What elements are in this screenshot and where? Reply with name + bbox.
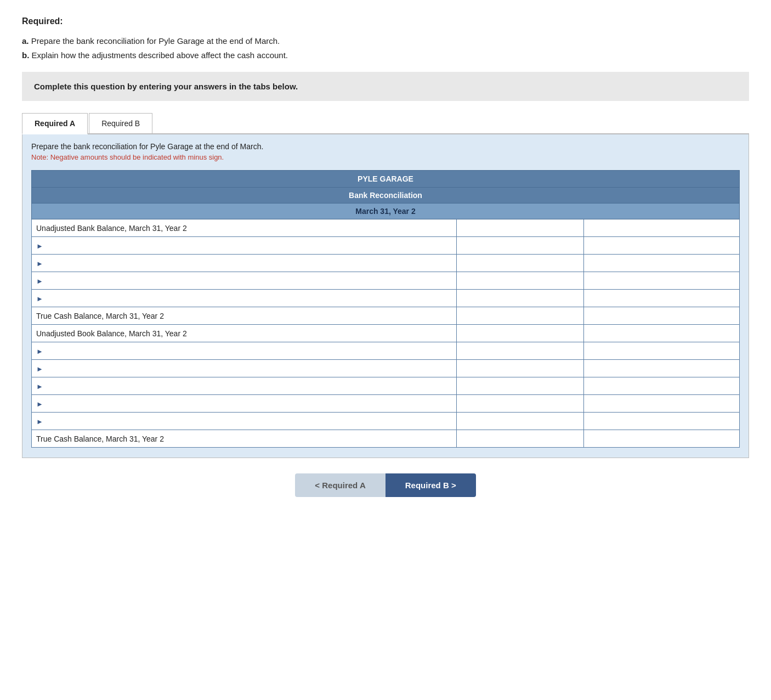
edit-row9-col2-input[interactable]	[457, 413, 583, 430]
table-title-1: PYLE GARAGE	[32, 171, 740, 188]
table-title-2: Bank Reconciliation	[32, 188, 740, 204]
edit-row2-col2-input[interactable]	[457, 255, 583, 272]
true-cash-2-col3-input[interactable]	[584, 430, 739, 447]
table-row: True Cash Balance, March 31, Year 2	[32, 430, 740, 448]
true-cash-1-label: True Cash Balance, March 31, Year 2	[32, 307, 457, 325]
edit-row8-col2[interactable]	[456, 395, 583, 413]
edit-row6-col2[interactable]	[456, 360, 583, 377]
table-row: ►	[32, 413, 740, 430]
edit-row3-col2-input[interactable]	[457, 272, 583, 289]
table-row: ►	[32, 237, 740, 255]
tab-required-a[interactable]: Required A	[22, 113, 88, 134]
edit-row6-col3-input[interactable]	[584, 360, 739, 377]
true-cash-1-col2[interactable]	[456, 307, 583, 325]
book-balance-col2[interactable]	[456, 325, 583, 342]
true-cash-1-col3-input[interactable]	[584, 307, 739, 324]
edit-row1-col3[interactable]	[583, 237, 739, 255]
edit-row8-label: ►	[32, 395, 457, 413]
bank-balance-col2-cell[interactable]	[456, 219, 583, 237]
edit-row4-label: ►	[32, 290, 457, 307]
edit-row7-label: ►	[32, 377, 457, 395]
bank-balance-col2-input[interactable]	[457, 219, 583, 236]
edit-row4-col2[interactable]	[456, 290, 583, 307]
required-heading: Required:	[22, 16, 749, 26]
edit-row2-label: ►	[32, 255, 457, 272]
table-row: ►	[32, 342, 740, 360]
edit-row5-col2-input[interactable]	[457, 342, 583, 359]
bank-balance-col3-input[interactable]	[584, 219, 739, 236]
edit-row9-col2[interactable]	[456, 413, 583, 430]
edit-row1-col3-input[interactable]	[584, 237, 739, 254]
edit-row4-col3-input[interactable]	[584, 290, 739, 307]
tabs-row: Required A Required B	[22, 113, 749, 134]
tab-content: Prepare the bank reconciliation for Pyle…	[22, 134, 749, 458]
instructions: a. Prepare the bank reconciliation for P…	[22, 34, 749, 62]
edit-row5-label: ►	[32, 342, 457, 360]
tab-description: Prepare the bank reconciliation for Pyle…	[31, 142, 740, 151]
tab-note: Note: Negative amounts should be indicat…	[31, 153, 740, 161]
table-row: ►	[32, 395, 740, 413]
true-cash-1-col3[interactable]	[583, 307, 739, 325]
edit-row6-label: ►	[32, 360, 457, 377]
edit-row4-col3[interactable]	[583, 290, 739, 307]
edit-row3-col3-input[interactable]	[584, 272, 739, 289]
table-row: ►	[32, 255, 740, 272]
navigation-row: < Required A Required B >	[22, 473, 749, 497]
edit-row1-col2[interactable]	[456, 237, 583, 255]
edit-row2-col2[interactable]	[456, 255, 583, 272]
book-balance-label: Unadjusted Book Balance, March 31, Year …	[32, 325, 457, 342]
edit-row7-col3-input[interactable]	[584, 377, 739, 394]
book-balance-col2-input[interactable]	[457, 325, 583, 342]
edit-row8-col3-input[interactable]	[584, 395, 739, 412]
table-row: ►	[32, 360, 740, 377]
tab-required-b[interactable]: Required B	[89, 113, 152, 133]
true-cash-2-col3[interactable]	[583, 430, 739, 448]
edit-row4-col2-input[interactable]	[457, 290, 583, 307]
reconciliation-table: PYLE GARAGE Bank Reconciliation March 31…	[31, 170, 740, 448]
table-row: True Cash Balance, March 31, Year 2	[32, 307, 740, 325]
edit-row3-col2[interactable]	[456, 272, 583, 290]
edit-row1-col2-input[interactable]	[457, 237, 583, 254]
prev-button[interactable]: < Required A	[295, 473, 385, 497]
edit-row6-col2-input[interactable]	[457, 360, 583, 377]
table-row: Unadjusted Book Balance, March 31, Year …	[32, 325, 740, 342]
true-cash-1-col2-input[interactable]	[457, 307, 583, 324]
edit-row3-col3[interactable]	[583, 272, 739, 290]
edit-row9-label: ►	[32, 413, 457, 430]
edit-row8-col3[interactable]	[583, 395, 739, 413]
edit-row2-col3-input[interactable]	[584, 255, 739, 272]
edit-row1-label: ►	[32, 237, 457, 255]
bank-balance-col3-cell[interactable]	[583, 219, 739, 237]
book-balance-col3-input[interactable]	[584, 325, 739, 342]
true-cash-2-col2-input[interactable]	[457, 430, 583, 447]
edit-row5-col3-input[interactable]	[584, 342, 739, 359]
edit-row7-col2-input[interactable]	[457, 377, 583, 394]
edit-row5-col3[interactable]	[583, 342, 739, 360]
table-row: Unadjusted Bank Balance, March 31, Year …	[32, 219, 740, 237]
edit-row3-label: ►	[32, 272, 457, 290]
complete-box: Complete this question by entering your …	[22, 72, 749, 101]
table-row: ►	[32, 290, 740, 307]
edit-row6-col3[interactable]	[583, 360, 739, 377]
bank-balance-label: Unadjusted Bank Balance, March 31, Year …	[32, 219, 457, 237]
true-cash-2-label: True Cash Balance, March 31, Year 2	[32, 430, 457, 448]
true-cash-2-col2[interactable]	[456, 430, 583, 448]
edit-row8-col2-input[interactable]	[457, 395, 583, 412]
edit-row7-col2[interactable]	[456, 377, 583, 395]
next-button[interactable]: Required B >	[386, 473, 476, 497]
table-row: ►	[32, 272, 740, 290]
edit-row9-col3[interactable]	[583, 413, 739, 430]
edit-row2-col3[interactable]	[583, 255, 739, 272]
edit-row7-col3[interactable]	[583, 377, 739, 395]
table-title-3: March 31, Year 2	[32, 204, 740, 219]
table-row: ►	[32, 377, 740, 395]
edit-row5-col2[interactable]	[456, 342, 583, 360]
book-balance-col3[interactable]	[583, 325, 739, 342]
edit-row9-col3-input[interactable]	[584, 413, 739, 430]
